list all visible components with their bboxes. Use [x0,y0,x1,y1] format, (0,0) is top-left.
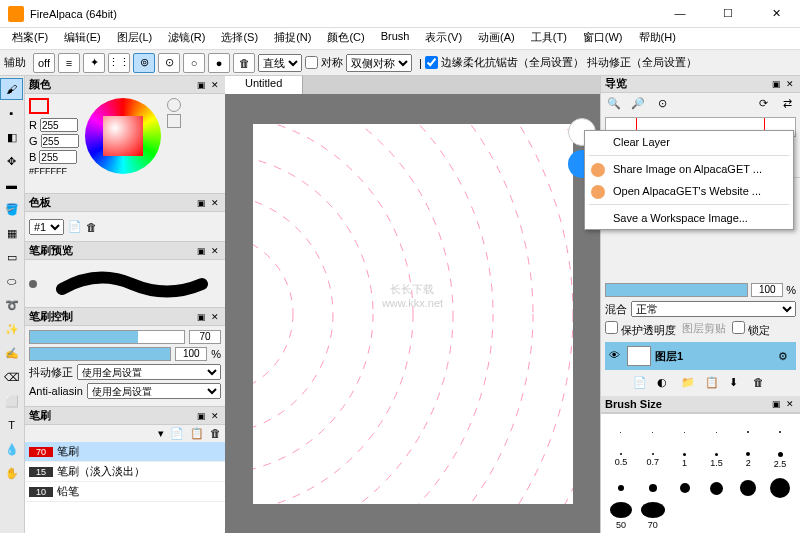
preserve-alpha-checkbox[interactable] [605,321,618,334]
brushsize-cell[interactable]: 0.5 [605,446,637,474]
brush-dup-button[interactable]: 📋 [190,427,204,440]
panel-close-button[interactable]: ✕ [209,79,221,91]
menu-item[interactable]: 窗口(W) [575,28,631,49]
panel-close-button[interactable]: ✕ [209,197,221,209]
zoom-fit-icon[interactable]: ⊙ [653,95,671,113]
brush-new-button[interactable]: 📄 [170,427,184,440]
eraser-tool[interactable]: ◧ [0,126,23,148]
color-mode-bar[interactable] [167,114,181,128]
brushsize-cell[interactable]: 50 [605,502,637,530]
select-pen-tool[interactable]: ✍ [0,342,23,364]
panel-float-button[interactable]: ▣ [195,410,207,422]
color-g-input[interactable] [41,134,79,148]
brush-list-item[interactable]: 15笔刷（淡入淡出） [25,462,225,482]
brush-size-slider[interactable] [29,330,185,344]
brushsize-cell[interactable]: 1.5 [701,446,733,474]
menu-item[interactable]: 帮助(H) [631,28,684,49]
palette-add-button[interactable]: 📄 [68,220,82,233]
brushsize-cell[interactable]: 0.7 [637,446,669,474]
snap-delete-button[interactable]: 🗑 [233,53,255,73]
select-rect-tool[interactable]: ▭ [0,246,23,268]
color-swatch[interactable] [29,98,49,114]
brush-opacity-value[interactable]: 100 [175,347,207,361]
zoom-out-icon[interactable]: 🔎 [629,95,647,113]
snap-ellipse-button[interactable]: ○ [183,53,205,73]
menu-item[interactable]: 表示(V) [417,28,470,49]
brush-list-item[interactable]: 10铅笔 [25,482,225,502]
menu-item[interactable]: 滤镜(R) [160,28,213,49]
menu-share-alpacaget[interactable]: Share Image on AlpacaGET ... [585,158,793,180]
maximize-button[interactable]: ☐ [712,7,744,20]
layer-dup-button[interactable]: 📋 [705,376,721,392]
brush-add-button[interactable]: ▾ [158,427,164,440]
menu-open-alpacaget[interactable]: Open AlpacaGET's Website ... [585,180,793,202]
layer-item[interactable]: 👁 图层1 ⚙ [605,342,796,370]
snap-parallel-button[interactable]: ≡ [58,53,80,73]
menu-save-workspace[interactable]: Save a Workspace Image... [585,207,793,229]
gradient-tool[interactable]: ▦ [0,222,23,244]
menu-item[interactable]: 工具(T) [523,28,575,49]
layer-opacity-slider[interactable] [605,283,748,297]
snap-radial-button[interactable]: ⊚ [133,53,155,73]
menu-item[interactable]: 捕捉(N) [266,28,319,49]
lasso-tool[interactable]: ➰ [0,294,23,316]
magic-wand-tool[interactable]: ✨ [0,318,23,340]
brushsize-cell[interactable] [764,474,796,502]
flip-icon[interactable]: ⇄ [778,95,796,113]
brush-list-item[interactable]: 70笔刷 [25,442,225,462]
panel-close-button[interactable]: ✕ [784,398,796,410]
layer-delete-button[interactable]: 🗑 [753,376,769,392]
line-type-select[interactable]: 直线 [258,54,302,72]
brushsize-cell[interactable] [669,474,701,502]
layer-settings-icon[interactable]: ⚙ [778,350,792,363]
layer-opacity-value[interactable]: 100 [751,283,783,297]
fill-tool[interactable]: ▬ [0,174,23,196]
move-tool[interactable]: ✥ [0,150,23,172]
brush-delete-button[interactable]: 🗑 [210,427,221,440]
symmetry-type-select[interactable]: 双侧对称 [346,54,412,72]
menu-item[interactable]: 颜色(C) [319,28,372,49]
layer-visibility-icon[interactable]: 👁 [609,349,623,363]
snap-vanish-button[interactable]: ⋮⋮ [108,53,130,73]
snap-curve-button[interactable]: ⊙ [158,53,180,73]
panel-close-button[interactable]: ✕ [209,410,221,422]
panel-close-button[interactable]: ✕ [784,78,796,90]
brushsize-cell[interactable] [732,474,764,502]
panel-float-button[interactable]: ▣ [770,398,782,410]
panel-float-button[interactable]: ▣ [195,197,207,209]
symmetry-checkbox[interactable] [305,56,318,69]
brushsize-cell[interactable]: 1 [669,446,701,474]
menu-item[interactable]: 编辑(E) [56,28,109,49]
palette-preset-select[interactable]: #1 [29,219,64,235]
canvas[interactable]: 长长下载 www.kkx.net [253,124,573,504]
shape-tool[interactable]: ⬜ [0,390,23,412]
hand-tool[interactable]: ✋ [0,462,23,484]
menu-item[interactable]: 选择(S) [213,28,266,49]
menu-item[interactable]: Brush [373,28,418,49]
document-tab[interactable]: Untitled [225,76,303,94]
bucket-tool[interactable]: 🪣 [0,198,23,220]
brushsize-cell[interactable]: 70 [637,502,669,530]
jitter-select[interactable]: 使用全局设置 [77,364,221,380]
menu-item[interactable]: 动画(A) [470,28,523,49]
brushsize-cell[interactable] [605,418,637,446]
eyedropper-tool[interactable]: 💧 [0,438,23,460]
snap-off-button[interactable]: off [33,53,55,73]
menu-clear-layer[interactable]: Clear Layer [585,131,793,153]
brush-size-value[interactable]: 70 [189,330,221,344]
panel-float-button[interactable]: ▣ [770,78,782,90]
brushsize-cell[interactable] [605,474,637,502]
brushsize-cell[interactable] [669,418,701,446]
minimize-button[interactable]: — [664,7,696,20]
brushsize-cell[interactable] [732,418,764,446]
layer-folder-button[interactable]: 📁 [681,376,697,392]
dot-tool[interactable]: ▪ [0,102,23,124]
brushsize-cell[interactable] [701,418,733,446]
palette-delete-button[interactable]: 🗑 [86,221,97,233]
panel-float-button[interactable]: ▣ [195,311,207,323]
color-r-input[interactable] [40,118,78,132]
menu-item[interactable]: 档案(F) [4,28,56,49]
brushsize-cell[interactable] [637,418,669,446]
brushsize-cell[interactable] [701,474,733,502]
select-erase-tool[interactable]: ⌫ [0,366,23,388]
